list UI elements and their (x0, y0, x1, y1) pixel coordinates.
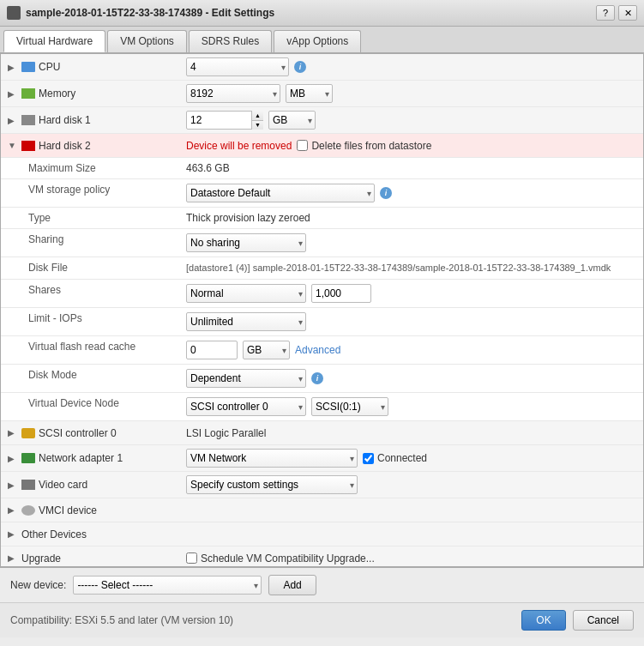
limit-iops-select[interactable]: Unlimited (186, 312, 306, 331)
hard-disk-1-value-col: ▲ ▼ GB (179, 109, 643, 131)
device-remove-text: Device will be removed (186, 140, 292, 152)
shares-select-wrap: Normal (186, 284, 306, 303)
cpu-row[interactable]: ▶ CPU 4 i (1, 54, 643, 81)
upgrade-value-col: Schedule VM Compatibility Upgrade... (179, 551, 643, 566)
new-device-bar: New device: ------ Select ------ Add (0, 567, 644, 602)
cpu-icon (21, 62, 35, 72)
disk-mode-label: Disk Mode (1, 367, 179, 383)
other-devices-row[interactable]: ▶ Other Devices (1, 522, 643, 546)
memory-unit-select[interactable]: MB (286, 84, 333, 103)
sharing-select[interactable]: No sharing (186, 233, 306, 252)
title-bar-left: sample-2018-01-15T22-33-38-174389 - Edit… (7, 6, 274, 20)
hd1-spin-up[interactable]: ▲ (251, 111, 263, 121)
storage-policy-label: VM storage policy (1, 182, 179, 197)
storage-policy-select[interactable]: Datastore Default (186, 184, 375, 202)
memory-label-col: ▶ Memory (1, 86, 179, 101)
hd1-spinner-wrap: ▲ ▼ (186, 111, 263, 130)
compatibility-text: Compatibility: ESXi 5.5 and later (VM ve… (10, 614, 233, 626)
hard-disk-2-label-col: ▼ Hard disk 2 (1, 138, 179, 154)
shares-select[interactable]: Normal (186, 284, 306, 303)
video-card-row[interactable]: ▶ Video card Specify custom settings (1, 472, 643, 498)
disk-file-text: [datastore1 (4)] sample-2018-01-15T22-33… (186, 262, 611, 275)
tab-vapp-options[interactable]: vApp Options (274, 30, 361, 52)
vdn-controller-select[interactable]: SCSI controller 0 (186, 397, 306, 416)
network-value-col: VM Network Connected (179, 447, 643, 469)
disk-mode-value: Dependent i (179, 367, 643, 389)
add-button[interactable]: Add (268, 575, 316, 595)
vmci-row[interactable]: ▶ VMCI device (1, 498, 643, 522)
tab-vm-options[interactable]: VM Options (107, 30, 187, 52)
vmci-value-col (179, 509, 643, 512)
help-button[interactable]: ? (596, 5, 615, 21)
ok-button[interactable]: OK (521, 610, 565, 631)
type-label: Type (1, 210, 179, 226)
vmci-expand-arrow: ▶ (8, 505, 18, 515)
max-size-row: Maximum Size 463.6 GB (1, 158, 643, 179)
vmci-label-col: ▶ VMCI device (1, 503, 179, 518)
hd1-unit-select[interactable]: GB (268, 111, 316, 130)
network-adapter-row[interactable]: ▶ Network adapter 1 VM Network Connected (1, 445, 643, 472)
sharing-row: Sharing No sharing (1, 229, 643, 257)
memory-input-wrap: 8192 (186, 84, 280, 103)
hd1-unit-wrap: GB (268, 111, 316, 130)
delete-files-checkbox[interactable] (297, 140, 308, 151)
connected-checkbox[interactable] (363, 453, 374, 464)
hd1-spin-down[interactable]: ▼ (251, 121, 263, 130)
tab-sdrs-rules[interactable]: SDRS Rules (189, 30, 272, 52)
cpu-info-icon[interactable]: i (294, 61, 306, 73)
connected-label[interactable]: Connected (363, 452, 427, 464)
video-label: Video card (39, 479, 87, 491)
disk-mode-info-icon[interactable]: i (311, 372, 323, 384)
storage-policy-info-icon[interactable]: i (380, 187, 392, 199)
disk-mode-select-wrap: Dependent (186, 369, 306, 388)
video-expand-arrow: ▶ (8, 480, 18, 490)
video-select[interactable]: Specify custom settings (186, 475, 358, 494)
network-select-wrap: VM Network (186, 449, 358, 468)
max-size-value: 463.6 GB (179, 160, 643, 176)
new-device-label: New device: (10, 579, 66, 591)
connected-text: Connected (377, 452, 427, 464)
scsi-icon (21, 428, 35, 438)
schedule-upgrade-checkbox[interactable] (186, 552, 197, 564)
limit-iops-row: Limit - IOPs Unlimited (1, 308, 643, 336)
shares-row: Shares Normal (1, 280, 643, 308)
hd1-expand-arrow: ▶ (8, 116, 18, 125)
scsi-value-col: LSI Logic Parallel (179, 426, 643, 441)
scsi-controller-row[interactable]: ▶ SCSI controller 0 LSI Logic Parallel (1, 421, 643, 445)
hd1-spinner-btns: ▲ ▼ (251, 111, 263, 130)
disk-mode-row: Disk Mode Dependent i (1, 365, 643, 393)
cpu-select[interactable]: 4 (186, 57, 289, 76)
vmci-icon (21, 505, 35, 516)
schedule-upgrade-label[interactable]: Schedule VM Compatibility Upgrade... (186, 552, 375, 564)
hard-disk-2-row[interactable]: ▼ Hard disk 2 Device will be removed Del… (1, 134, 643, 158)
vfrc-value: GB Advanced (179, 339, 643, 361)
other-devices-label: Other Devices (21, 528, 87, 540)
network-select[interactable]: VM Network (186, 449, 358, 468)
scsi-value-text: LSI Logic Parallel (186, 427, 266, 439)
network-icon (21, 453, 35, 463)
vdn-row: Virtual Device Node SCSI controller 0 SC… (1, 393, 643, 421)
vfrc-input[interactable] (186, 341, 238, 359)
delete-files-label[interactable]: Delete files from datastore (297, 140, 431, 152)
vdn-controller-wrap: SCSI controller 0 (186, 397, 306, 416)
net-expand-arrow: ▶ (8, 454, 18, 463)
storage-policy-select-wrap: Datastore Default (186, 184, 375, 202)
upgrade-row[interactable]: ▶ Upgrade Schedule VM Compatibility Upgr… (1, 546, 643, 567)
hard-disk-1-row[interactable]: ▶ Hard disk 1 ▲ ▼ GB (1, 107, 643, 134)
storage-policy-row: VM storage policy Datastore Default i (1, 179, 643, 208)
cancel-button[interactable]: Cancel (573, 610, 634, 631)
memory-select[interactable]: 8192 (186, 84, 280, 103)
vfrc-unit-select[interactable]: GB (243, 341, 290, 359)
max-size-text: 463.6 GB (186, 162, 230, 174)
vmci-label: VMCI device (39, 504, 97, 516)
close-button[interactable]: ✕ (618, 5, 637, 21)
new-device-select[interactable]: ------ Select ------ (73, 576, 262, 595)
shares-number-input[interactable] (311, 284, 371, 303)
vdn-node-select[interactable]: SCSI(0:1) (311, 397, 388, 416)
tab-virtual-hardware[interactable]: Virtual Hardware (3, 30, 105, 52)
shares-label: Shares (1, 282, 179, 298)
footer-bar: Compatibility: ESXi 5.5 and later (VM ve… (0, 602, 644, 637)
memory-row[interactable]: ▶ Memory 8192 MB (1, 81, 643, 107)
vfrc-advanced-link[interactable]: Advanced (295, 344, 340, 356)
disk-mode-select[interactable]: Dependent (186, 369, 306, 388)
